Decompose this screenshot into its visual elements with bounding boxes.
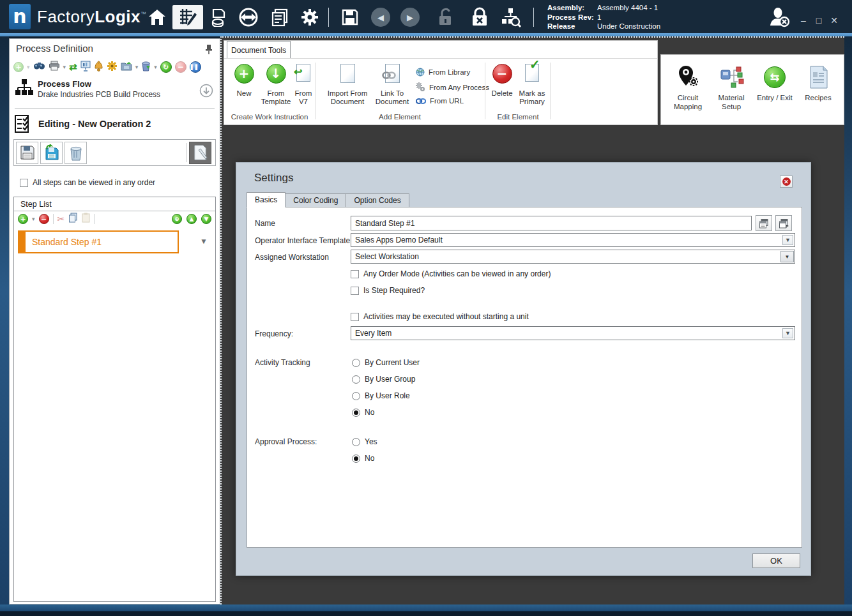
operator-interface-template-select[interactable]: Sales Apps Demo Default ▼: [351, 233, 795, 247]
move-step-down-icon[interactable]: ▼: [201, 214, 211, 224]
lock-discard-button[interactable]: [468, 5, 491, 29]
tab-color-coding[interactable]: Color Coding: [285, 193, 346, 207]
activity-tracking-label: Activity Tracking: [255, 358, 310, 367]
save-operation-button[interactable]: [16, 142, 38, 164]
from-library-button[interactable]: From Library: [416, 68, 470, 77]
entry-exit-button[interactable]: ⇆ Entry / Exit: [754, 63, 795, 102]
maximize-button[interactable]: □: [812, 15, 826, 26]
expand-down-icon[interactable]: [199, 84, 213, 98]
publish-dropdown-icon[interactable]: ▾: [135, 64, 139, 70]
from-url-button[interactable]: From URL: [416, 97, 464, 105]
transfer-button[interactable]: [237, 5, 260, 29]
from-v7-icon: ↩: [296, 64, 310, 82]
move-step-up-icon[interactable]: ▲: [186, 214, 197, 224]
approval-no-radio[interactable]: [352, 454, 360, 463]
dropdown-button-icon[interactable]: ▼: [780, 251, 794, 262]
divider: [53, 214, 54, 224]
home-button[interactable]: [146, 5, 169, 29]
new-work-instruction-button[interactable]: + New: [228, 64, 260, 98]
minimize-button[interactable]: –: [796, 15, 810, 26]
delete-operation-button[interactable]: [65, 142, 87, 164]
circuit-mapping-button[interactable]: Circuit Mapping: [667, 63, 708, 111]
find-icon[interactable]: [33, 61, 45, 73]
refresh-icon[interactable]: ↻: [160, 61, 172, 73]
print-dropdown-icon[interactable]: ▾: [63, 64, 66, 70]
import-from-document-button[interactable]: Import From Document: [325, 64, 370, 106]
from-v7-button[interactable]: ↩ From V7: [292, 64, 315, 106]
remove-step-icon[interactable]: −: [39, 214, 49, 224]
presentation-icon[interactable]: [80, 61, 91, 74]
process-search-button[interactable]: [499, 5, 523, 29]
logout-user-button[interactable]: [766, 5, 792, 29]
activity-no-radio[interactable]: [352, 409, 360, 417]
assigned-workstation-combo[interactable]: Select Workstation ▼: [351, 250, 795, 264]
by-user-role-radio[interactable]: [352, 392, 360, 400]
copy-icon[interactable]: [68, 213, 78, 225]
stop-icon[interactable]: −: [175, 61, 186, 73]
discard-icon[interactable]: [141, 61, 151, 74]
is-step-required-checkbox[interactable]: [351, 287, 359, 295]
mark-as-primary-button[interactable]: ✓ Mark as Primary: [517, 64, 547, 106]
close-button[interactable]: ✕: [827, 15, 841, 26]
process-flow-row[interactable]: Process Flow Drake Industries PCB Build …: [15, 79, 215, 105]
material-setup-button[interactable]: Material Setup: [711, 63, 752, 111]
add-step-icon[interactable]: +: [18, 214, 28, 224]
publish-icon[interactable]: [121, 61, 132, 73]
forward-button[interactable]: ▶: [400, 5, 420, 29]
approval-yes-radio[interactable]: [352, 438, 360, 446]
any-order-mode-checkbox[interactable]: [351, 270, 359, 278]
process-definition-button[interactable]: [172, 5, 203, 29]
delete-element-button[interactable]: − Delete: [489, 64, 515, 98]
group-label-add-element: Add Element: [316, 113, 483, 121]
tab-option-codes[interactable]: Option Codes: [346, 193, 409, 207]
shuffle-icon[interactable]: ⇄: [69, 61, 77, 73]
gear-gold-icon[interactable]: [107, 61, 118, 74]
cut-icon[interactable]: ✂: [57, 214, 65, 224]
settings-gear-button[interactable]: [298, 5, 322, 29]
from-any-process-button[interactable]: From Any Process: [416, 82, 489, 92]
unlock-button[interactable]: [436, 5, 456, 29]
print-icon[interactable]: [49, 61, 60, 73]
paste-icon[interactable]: [82, 213, 90, 225]
is-step-required-row: Is Step Required?: [351, 286, 425, 295]
production-button[interactable]: [208, 5, 231, 29]
add-operation-icon[interactable]: +: [13, 62, 24, 72]
translate-name-button[interactable]: [756, 215, 772, 231]
step-expand-chevron-icon[interactable]: ▼: [200, 237, 208, 246]
add-step-dropdown-icon[interactable]: ▾: [32, 216, 35, 222]
ok-button[interactable]: OK: [752, 553, 800, 568]
name-input[interactable]: [351, 216, 752, 230]
save-button[interactable]: [339, 5, 361, 29]
localize-name-button[interactable]: [775, 215, 792, 231]
add-dropdown-icon[interactable]: ▾: [27, 64, 30, 70]
step-list-item[interactable]: Standard Step #1: [18, 230, 179, 253]
dialog-tabs: Basics Color Coding Option Codes: [247, 192, 409, 207]
globe-icon: [416, 68, 425, 77]
new-icon: +: [234, 64, 254, 84]
ribbon: Document Tools + New ↓ From Template ↩ F…: [224, 40, 658, 125]
dialog-close-button[interactable]: ✕: [780, 176, 793, 188]
reports-button[interactable]: [268, 5, 291, 29]
by-current-user-radio[interactable]: [352, 359, 360, 367]
renumber-steps-icon[interactable]: ⊕: [172, 214, 182, 224]
recipes-button[interactable]: Recipes: [798, 63, 839, 102]
tab-document-tools[interactable]: Document Tools: [227, 41, 291, 59]
frequency-label: Frequency:: [255, 329, 293, 338]
pause-icon[interactable]: ▌▌: [190, 61, 201, 73]
from-template-button[interactable]: ↓ From Template: [260, 64, 292, 106]
back-button[interactable]: ◀: [370, 5, 391, 29]
edit-work-instruction-button[interactable]: [189, 142, 211, 164]
operation-toolbar: [13, 139, 216, 166]
bell-icon[interactable]: [94, 61, 103, 74]
pin-icon[interactable]: [204, 44, 213, 57]
discard-dropdown-icon[interactable]: ▾: [154, 64, 157, 70]
any-order-checkbox[interactable]: [20, 179, 28, 187]
radio-approval-no: No: [352, 454, 374, 463]
by-user-group-radio[interactable]: [352, 375, 360, 384]
tab-basics[interactable]: Basics: [247, 192, 285, 207]
link-to-document-button[interactable]: Link To Document: [372, 64, 412, 106]
frequency-select[interactable]: Every Item ▼: [351, 326, 795, 340]
import-from-document-icon: [340, 64, 355, 83]
save-as-template-button[interactable]: [40, 142, 63, 164]
without-unit-checkbox[interactable]: [351, 313, 359, 321]
